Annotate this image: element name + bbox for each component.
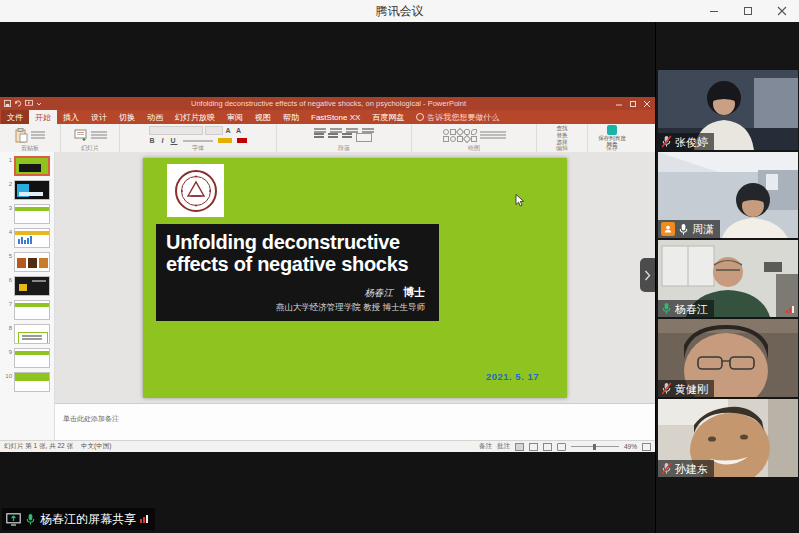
slide-thumb-10[interactable]: 10 <box>3 372 54 392</box>
language-status[interactable]: 中文(中国) <box>81 442 111 451</box>
participant-name: 杨春江 <box>675 303 708 315</box>
tell-me-search[interactable]: 告诉我您想要做什么 <box>410 110 505 124</box>
shapes-gallery[interactable] <box>443 129 477 142</box>
ppt-body: 1 2 3 4 <box>0 152 655 441</box>
current-slide: Unfolding deconstructive effects of nega… <box>143 158 567 398</box>
tab-faststone[interactable]: FastStone XX <box>305 110 366 124</box>
tab-transitions[interactable]: 切换 <box>113 110 141 124</box>
participant-tile-3[interactable]: 杨春江 <box>658 240 798 317</box>
maximize-button[interactable] <box>731 0 765 22</box>
participant-4-nameplate: 黄健刚 <box>658 380 714 397</box>
app-title: 腾讯会议 <box>0 0 799 22</box>
slide-canvas[interactable]: Unfolding deconstructive effects of nega… <box>55 152 655 403</box>
grow-shrink-font-buttons[interactable]: A A <box>225 127 243 134</box>
tab-insert[interactable]: 插入 <box>57 110 85 124</box>
font-name-combo[interactable] <box>149 126 203 135</box>
start-slideshow-button[interactable] <box>25 100 33 107</box>
notes-placeholder: 单击此处添加备注 <box>63 415 119 422</box>
tab-animations[interactable]: 动画 <box>141 110 169 124</box>
font-color-button[interactable] <box>237 138 247 143</box>
comments-toggle[interactable]: 批注 <box>497 442 510 451</box>
tab-slideshow[interactable]: 幻灯片放映 <box>169 110 221 124</box>
slide-sorter-view-button[interactable] <box>529 443 538 451</box>
zoom-slider[interactable] <box>571 446 619 447</box>
participant-name: 张俊婷 <box>675 136 708 148</box>
find-button[interactable]: 查找 <box>557 125 568 131</box>
save-group-label: 保存 <box>588 145 636 152</box>
participant-tile-5[interactable]: 孙建东 <box>658 399 798 477</box>
screen-share-banner: 杨春江的屏幕共享 <box>2 508 155 530</box>
notes-pane[interactable]: 单击此处添加备注 <box>55 403 655 441</box>
font-group: A A B I U 字体 <box>120 124 277 152</box>
participant-tile-4[interactable]: 黄健刚 <box>658 319 798 397</box>
slide-thumb-3[interactable]: 3 <box>3 204 54 224</box>
host-badge-icon <box>661 222 675 236</box>
tab-help[interactable]: 帮助 <box>277 110 305 124</box>
zoom-percent[interactable]: 49% <box>624 443 637 450</box>
search-icon <box>416 113 424 121</box>
bullets-numbering-buttons[interactable] <box>314 128 374 130</box>
notes-toggle[interactable]: 备注 <box>479 442 492 451</box>
tab-file[interactable]: 文件 <box>1 110 29 124</box>
powerpoint-window: Unfolding deconstructive effects of nega… <box>0 97 655 452</box>
participant-name: 黄健刚 <box>675 383 708 395</box>
arrange-quickstyles-buttons[interactable] <box>480 131 506 139</box>
slide-title-block: Unfolding deconstructive effects of nega… <box>156 224 439 321</box>
tab-review[interactable]: 审阅 <box>221 110 249 124</box>
ppt-status-bar: 幻灯片 第 1 张, 共 22 张 中文(中国) 备注 批注 49% <box>0 440 655 452</box>
slide-affiliation: 燕山大学经济管理学院 教授 博士生导师 <box>166 302 429 314</box>
underline-button[interactable]: U <box>170 137 177 144</box>
slide-thumb-7[interactable]: 7 <box>3 300 54 320</box>
normal-view-button[interactable] <box>515 443 524 451</box>
replace-button[interactable]: 替换 <box>557 132 568 138</box>
quick-access-toolbar <box>4 100 42 107</box>
slide-thumb-6[interactable]: 6 <box>3 276 54 296</box>
bold-button[interactable]: B <box>149 137 156 144</box>
slide-thumb-1[interactable]: 1 <box>3 156 54 176</box>
ppt-close-icon[interactable] <box>643 100 651 108</box>
reading-view-button[interactable] <box>543 443 552 451</box>
paragraph-group-label: 段落 <box>277 145 411 152</box>
ppt-minimize-icon[interactable] <box>615 100 623 108</box>
minimize-button[interactable] <box>697 0 731 22</box>
font-size-combo[interactable] <box>205 126 223 135</box>
slide-count-status: 幻灯片 第 1 张, 共 22 张 <box>4 442 73 451</box>
save-button[interactable] <box>4 100 11 107</box>
slide-date: 2021. 5. 17 <box>486 371 539 382</box>
save-to-baidu-button[interactable]: 保存到百度网盘 <box>598 125 626 147</box>
slide-thumb-2[interactable]: 2 <box>3 180 54 200</box>
italic-button[interactable]: I <box>162 137 166 144</box>
slide-thumb-9[interactable]: 9 <box>3 348 54 368</box>
screen-share-icon <box>6 513 21 526</box>
slide-title: Unfolding deconstructive effects of nega… <box>166 231 429 276</box>
layout-reset-section-buttons[interactable] <box>91 131 107 139</box>
ppt-titlebar: Unfolding deconstructive effects of nega… <box>0 97 655 110</box>
sidebar-collapse-tab[interactable] <box>640 258 655 292</box>
close-button[interactable] <box>765 0 799 22</box>
clipboard-small-buttons[interactable] <box>31 131 45 139</box>
paste-icon[interactable] <box>15 128 28 143</box>
tab-design[interactable]: 设计 <box>85 110 113 124</box>
slide-thumb-8[interactable]: 8 <box>3 324 54 344</box>
slide-thumb-4[interactable]: 4 <box>3 228 54 248</box>
slide-thumb-5[interactable]: 5 <box>3 252 54 272</box>
window-controls <box>697 0 799 22</box>
alignment-buttons[interactable] <box>314 133 372 142</box>
ppt-restore-icon[interactable] <box>629 100 637 108</box>
font-effects-buttons[interactable] <box>183 140 213 142</box>
chevron-right-icon <box>644 270 651 281</box>
participant-tile-1[interactable]: 张俊婷 <box>658 70 798 150</box>
tab-view[interactable]: 视图 <box>249 110 277 124</box>
participant-tile-2[interactable]: 周潇 <box>658 152 798 238</box>
fit-to-window-button[interactable] <box>642 443 651 451</box>
slideshow-icon <box>25 100 33 107</box>
slideshow-view-button[interactable] <box>557 443 566 451</box>
undo-button[interactable] <box>14 100 22 107</box>
tell-me-label: 告诉我您想要做什么 <box>427 112 499 123</box>
highlight-color-button[interactable] <box>218 138 232 143</box>
tab-home[interactable]: 开始 <box>29 110 57 124</box>
tab-baidu-netdisk[interactable]: 百度网盘 <box>366 110 410 124</box>
new-slide-icon[interactable] <box>74 128 88 142</box>
share-banner-label: 杨春江的屏幕共享 <box>40 511 136 528</box>
mouse-cursor-icon <box>515 194 526 207</box>
